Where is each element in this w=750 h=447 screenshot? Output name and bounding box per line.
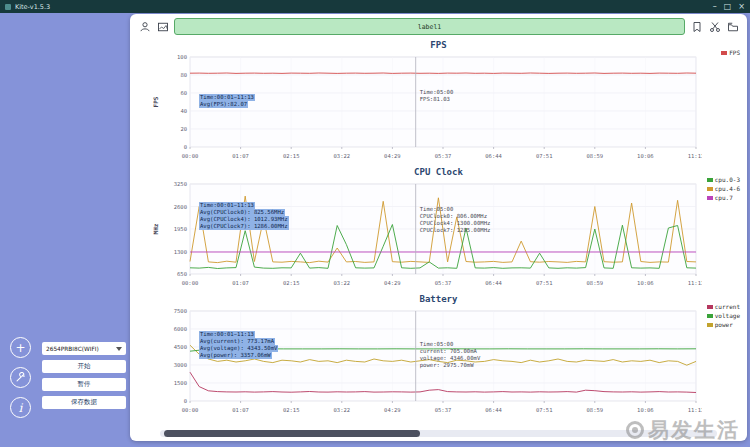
- svg-text:03:22: 03:22: [334, 407, 351, 413]
- info-button[interactable]: i: [10, 397, 31, 418]
- control-panel: 2654PRBI8C(WIFI) 开始 暂停 保存数据: [42, 342, 126, 414]
- svg-text:03:22: 03:22: [334, 280, 351, 286]
- svg-text:7500: 7500: [174, 308, 187, 314]
- svg-text:06:44: 06:44: [485, 153, 502, 159]
- svg-text:11:13: 11:13: [688, 280, 702, 286]
- image-icon[interactable]: [156, 20, 169, 33]
- bookmark-icon[interactable]: [690, 20, 703, 33]
- svg-text:01:07: 01:07: [232, 153, 249, 159]
- export-icon[interactable]: [726, 20, 739, 33]
- legend-item-cpu.4-6[interactable]: cpu.4-6: [707, 185, 740, 192]
- avg-tooltip: Time:00:01~11:13Avg(CPUClock0): 825.56MH…: [199, 202, 289, 230]
- chevron-down-icon: [116, 347, 122, 351]
- pause-button-label: 暂停: [78, 380, 91, 389]
- legend-swatch-icon: [707, 305, 713, 309]
- legend-item-FPS[interactable]: FPS: [721, 49, 740, 56]
- svg-text:100: 100: [177, 54, 187, 60]
- svg-text:2600: 2600: [174, 204, 187, 210]
- legend-label: cpu.7: [715, 194, 733, 201]
- legend-item-voltage[interactable]: voltage: [707, 312, 740, 319]
- svg-text:08:59: 08:59: [587, 153, 604, 159]
- user-icon[interactable]: [138, 20, 151, 33]
- svg-text:01:07: 01:07: [232, 407, 249, 413]
- svg-text:01:07: 01:07: [232, 280, 249, 286]
- scrollbar-thumb[interactable]: [164, 430, 420, 437]
- svg-text:05:37: 05:37: [435, 153, 452, 159]
- svg-text:08:59: 08:59: [587, 407, 604, 413]
- pause-button[interactable]: 暂停: [42, 378, 126, 391]
- device-select-value: 2654PRBI8C(WIFI): [46, 346, 99, 352]
- legend-battery: currentvoltagepower: [707, 303, 740, 328]
- legend-item-cpu.0-3[interactable]: cpu.0-3: [707, 176, 740, 183]
- chart-title-cpu-clock: CPU Clock: [134, 166, 743, 179]
- device-select[interactable]: 2654PRBI8C(WIFI): [42, 342, 126, 355]
- legend-item-current[interactable]: current: [707, 303, 740, 310]
- chart-title-fps: FPS: [134, 39, 743, 52]
- legend-swatch-icon: [707, 178, 713, 182]
- svg-text:6000: 6000: [174, 326, 187, 332]
- chart-cpu-clock: CPU Clock 650130019502600325000:0001:070…: [134, 166, 743, 293]
- svg-text:04:29: 04:29: [384, 407, 401, 413]
- app-window: { "window": { "title": "Kite-v1.5.3", "m…: [0, 0, 750, 447]
- label-input[interactable]: [174, 18, 685, 35]
- chart-body-cpu-clock: 650130019502600325000:0001:0702:1503:220…: [134, 179, 743, 291]
- chart-battery: Battery 01500300045006000750000:0001:070…: [134, 293, 743, 420]
- svg-text:02:15: 02:15: [283, 407, 300, 413]
- svg-text:04:29: 04:29: [384, 153, 401, 159]
- legend-cpu-clock: cpu.0-3cpu.4-6cpu.7: [707, 176, 740, 201]
- svg-text:FPS: FPS: [152, 96, 159, 107]
- horizontal-scrollbar[interactable]: [160, 430, 717, 437]
- tools-button[interactable]: [10, 367, 31, 388]
- avg-tooltip: Time:00:01~11:13Avg(FPS):82.07: [199, 94, 255, 108]
- card-toolbar: [130, 14, 747, 39]
- svg-text:11:13: 11:13: [688, 407, 702, 413]
- chart-body-battery: 01500300045006000750000:0001:0702:1503:2…: [134, 306, 743, 418]
- svg-text:02:15: 02:15: [283, 153, 300, 159]
- svg-text:00:00: 00:00: [182, 280, 199, 286]
- start-button[interactable]: 开始: [42, 360, 126, 373]
- svg-text:05:37: 05:37: [435, 280, 452, 286]
- svg-text:0: 0: [184, 398, 187, 404]
- chart-body-fps: 02040608010000:0001:0702:1503:2204:2905:…: [134, 52, 743, 164]
- svg-text:1300: 1300: [174, 249, 187, 255]
- app-icon: [5, 4, 11, 10]
- maximize-button[interactable]: □: [724, 0, 732, 13]
- legend-label: cpu.4-6: [715, 185, 740, 192]
- close-button[interactable]: ×: [738, 0, 745, 13]
- minimize-button[interactable]: –: [713, 0, 717, 13]
- cursor-tooltip: Time:05:00CPUClock0: 806.00MHzCPUClock4:…: [420, 206, 491, 234]
- svg-text:08:59: 08:59: [587, 280, 604, 286]
- svg-text:11:13: 11:13: [688, 153, 702, 159]
- legend-label: power: [715, 321, 733, 328]
- scissors-icon[interactable]: [708, 20, 721, 33]
- svg-text:1500: 1500: [174, 380, 187, 386]
- svg-text:4500: 4500: [174, 344, 187, 350]
- svg-text:07:51: 07:51: [536, 407, 553, 413]
- legend-item-power[interactable]: power: [707, 321, 740, 328]
- side-fab-column: + i: [10, 337, 31, 418]
- svg-text:00:00: 00:00: [182, 407, 199, 413]
- svg-text:3250: 3250: [174, 181, 187, 187]
- legend-swatch-icon: [707, 314, 713, 318]
- svg-text:07:51: 07:51: [536, 280, 553, 286]
- svg-text:MHz: MHz: [152, 223, 159, 234]
- legend-label: cpu.0-3: [715, 176, 740, 183]
- save-data-button[interactable]: 保存数据: [42, 396, 126, 409]
- svg-text:03:22: 03:22: [334, 153, 351, 159]
- chart-title-battery: Battery: [134, 293, 743, 306]
- svg-text:06:44: 06:44: [485, 280, 502, 286]
- legend-label: current: [715, 303, 740, 310]
- save-data-button-label: 保存数据: [71, 398, 97, 407]
- svg-text:0: 0: [184, 144, 187, 150]
- legend-fps: FPS: [721, 49, 740, 56]
- window-title: Kite-v1.5.3: [15, 3, 706, 11]
- legend-item-cpu.7[interactable]: cpu.7: [707, 194, 740, 201]
- legend-swatch-icon: [707, 196, 713, 200]
- add-button[interactable]: +: [10, 337, 31, 358]
- svg-text:07:51: 07:51: [536, 153, 553, 159]
- svg-text:05:37: 05:37: [435, 407, 452, 413]
- legend-swatch-icon: [721, 51, 727, 55]
- plus-icon: +: [15, 341, 25, 355]
- info-icon: i: [19, 401, 23, 415]
- svg-text:04:29: 04:29: [384, 280, 401, 286]
